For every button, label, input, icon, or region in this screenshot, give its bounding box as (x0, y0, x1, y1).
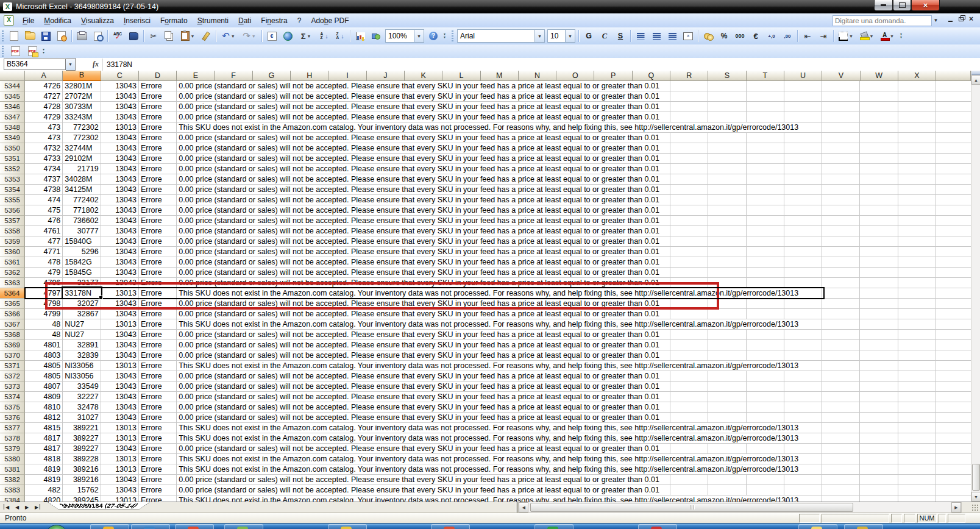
research-button[interactable] (126, 29, 141, 43)
cell-E5368[interactable]: 0.00 price (standard or sales) will not … (177, 330, 971, 340)
cell-C5374[interactable]: 13043 (101, 392, 139, 402)
cell-C5347[interactable]: 13043 (101, 112, 139, 122)
cell-B5346[interactable]: 30733M (63, 102, 101, 112)
column-header-B[interactable]: B (63, 71, 101, 81)
row-header-5367[interactable]: 5367 (0, 319, 25, 330)
cell-A5364[interactable]: 4797 (25, 288, 63, 299)
cell-C5344[interactable]: 13043 (101, 81, 139, 91)
column-header-I[interactable]: I (328, 71, 366, 81)
cell-B5382[interactable]: 389216 (63, 475, 101, 485)
cell-E5345[interactable]: 0.00 price (standard or sales) will not … (177, 91, 971, 102)
cell-C5355[interactable]: 13043 (101, 195, 139, 205)
cell-C5350[interactable]: 13043 (101, 143, 139, 154)
menu-strumenti[interactable]: Strumenti (193, 14, 233, 27)
cell-A5361[interactable]: 478 (25, 257, 63, 268)
cell-E5350[interactable]: 0.00 price (standard or sales) will not … (177, 143, 971, 154)
cell-C5377[interactable]: 13013 (101, 423, 139, 433)
cell-A5346[interactable]: 4728 (25, 102, 63, 112)
row-header-5360[interactable]: 5360 (0, 247, 25, 257)
cell-D5358[interactable]: Errore (139, 226, 177, 236)
cell-A5350[interactable]: 4732 (25, 143, 63, 154)
menu-file[interactable]: File (18, 14, 39, 27)
cell-D5369[interactable]: Errore (139, 340, 177, 350)
menu-modifica[interactable]: Modifica (39, 14, 76, 27)
cell-A5368[interactable]: 48 (25, 330, 63, 340)
horizontal-scroll-track[interactable] (528, 502, 951, 513)
autosum-button[interactable]: Σ▼ (296, 29, 316, 43)
cell-B5347[interactable]: 33243M (63, 112, 101, 122)
cell-B5351[interactable]: 29102M (63, 154, 101, 164)
cell-E5369[interactable]: 0.00 price (standard or sales) will not … (177, 340, 971, 350)
cell-E5346[interactable]: 0.00 price (standard or sales) will not … (177, 102, 971, 112)
cell-E5382[interactable]: 0.00 price (standard or sales) will not … (177, 475, 971, 485)
cell-D5359[interactable]: Errore (139, 236, 177, 247)
cell-A5379[interactable]: 4817 (25, 444, 63, 454)
column-header-R[interactable]: R (670, 71, 708, 81)
cell-B5371[interactable]: NI33056 (63, 361, 101, 371)
row-header-5370[interactable]: 5370 (0, 350, 25, 361)
cell-D5373[interactable]: Errore (139, 382, 177, 392)
vertical-scrollbar[interactable]: ▲ ▼ (971, 71, 980, 502)
cell-A5351[interactable]: 4733 (25, 154, 63, 164)
font-size-combo[interactable]: 10 ▼ (547, 29, 575, 43)
cell-D5383[interactable]: Errore (139, 485, 177, 495)
taskbar-item[interactable] (90, 524, 129, 529)
cell-D5347[interactable]: Errore (139, 112, 177, 122)
cell-E5375[interactable]: 0.00 price (standard or sales) will not … (177, 402, 971, 413)
row-header-5383[interactable]: 5383 (0, 485, 25, 495)
cell-A5382[interactable]: 4819 (25, 475, 63, 485)
cell-B5353[interactable]: 34028M (63, 174, 101, 185)
cell-C5346[interactable]: 13043 (101, 102, 139, 112)
cell-C5380[interactable]: 13013 (101, 454, 139, 464)
column-header-H[interactable]: H (291, 71, 328, 81)
vertical-split-handle[interactable] (971, 71, 980, 75)
cell-C5359[interactable]: 13043 (101, 236, 139, 247)
toolbar-grip[interactable] (2, 30, 4, 41)
row-header-5372[interactable]: 5372 (0, 371, 25, 382)
cell-D5355[interactable]: Errore (139, 195, 177, 205)
cell-E5373[interactable]: 0.00 price (standard or sales) will not … (177, 382, 971, 392)
cell-B5383[interactable]: 15762 (63, 485, 101, 495)
cell-D5381[interactable]: Errore (139, 464, 177, 475)
column-header-K[interactable]: K (405, 71, 442, 81)
paste-button[interactable]: ▼ (178, 29, 197, 43)
cell-A5345[interactable]: 4727 (25, 91, 63, 102)
row-header-5357[interactable]: 5357 (0, 216, 25, 226)
cell-B5344[interactable]: 32801M (63, 81, 101, 91)
cell-A5352[interactable]: 4734 (25, 164, 63, 174)
cell-A5369[interactable]: 4801 (25, 340, 63, 350)
cell-B5384[interactable]: 389245 (63, 495, 101, 502)
toolbar-options-icon[interactable]: ▾▾ (898, 29, 904, 43)
cell-E5384[interactable]: This SKU does not exist in the Amazon.co… (177, 495, 971, 502)
undo-button[interactable]: ↶▼ (219, 29, 238, 43)
decrease-decimal-button[interactable]: ,00 (780, 29, 795, 43)
start-orb[interactable] (45, 525, 68, 529)
fill-handle[interactable] (99, 296, 103, 300)
cell-A5360[interactable]: 4771 (25, 247, 63, 257)
cell-C5356[interactable]: 13043 (101, 205, 139, 216)
cell-C5373[interactable]: 13043 (101, 382, 139, 392)
bold-button[interactable]: G (581, 29, 596, 43)
cell-B5356[interactable]: 771802 (63, 205, 101, 216)
cell-A5373[interactable]: 4807 (25, 382, 63, 392)
font-name-dropdown-icon[interactable]: ▼ (534, 30, 544, 42)
cell-C5361[interactable]: 13043 (101, 257, 139, 268)
cell-A5376[interactable]: 4812 (25, 413, 63, 423)
menu-help[interactable]: ? (293, 14, 307, 27)
row-header-5350[interactable]: 5350 (0, 143, 25, 154)
cut-button[interactable]: ✂ (146, 29, 161, 43)
cell-E5383[interactable]: 0.00 price (standard or sales) will not … (177, 485, 971, 495)
cell-B5374[interactable]: 32227 (63, 392, 101, 402)
currency-button[interactable] (701, 29, 715, 43)
cell-A5349[interactable]: 473 (25, 133, 63, 143)
cell-D5353[interactable]: Errore (139, 174, 177, 185)
cell-C5354[interactable]: 13043 (101, 185, 139, 195)
cell-B5362[interactable]: 15845G (63, 268, 101, 278)
cell-C5351[interactable]: 13043 (101, 154, 139, 164)
cell-A5370[interactable]: 4803 (25, 350, 63, 361)
row-header-5375[interactable]: 5375 (0, 402, 25, 413)
name-box[interactable]: B5364 (4, 59, 66, 70)
cell-E5358[interactable]: 0.00 price (standard or sales) will not … (177, 226, 971, 236)
borders-button[interactable]: ▼ (836, 29, 856, 43)
cell-D5375[interactable]: Errore (139, 402, 177, 413)
